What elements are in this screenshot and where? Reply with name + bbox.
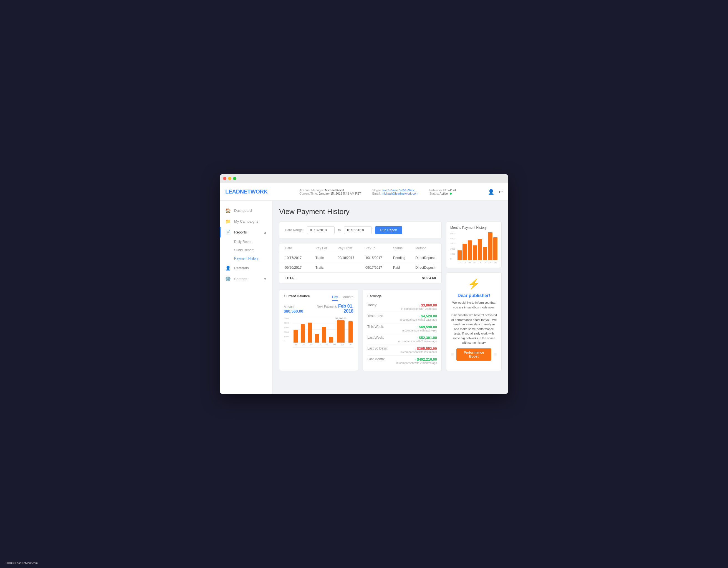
page-title: View Payment History — [279, 207, 502, 216]
reports-icon: 📄 — [225, 229, 231, 235]
cell-date-2: 09/20/2017 — [285, 266, 315, 269]
cell-status-1: Pending — [393, 256, 415, 260]
earnings-comparison: in comparison with 2 months ago — [396, 362, 437, 365]
sidebar-subitem-daily-report[interactable]: Daily Report — [220, 237, 272, 246]
main-content: View Payment History Date Range: to Run … — [272, 201, 508, 394]
earnings-value: ↑ $402,216.00 — [396, 357, 437, 362]
earnings-value-group: ↑ $69,590.00 in comparison with last wee… — [402, 325, 437, 332]
balance-tab-day[interactable]: Day — [332, 295, 338, 301]
run-report-button[interactable]: Run Report — [375, 226, 402, 234]
email-label: Email: — [372, 192, 381, 195]
sidebar-item-referrals[interactable]: 👤 Referrals — [220, 262, 272, 273]
total-label: TOTAL — [285, 276, 296, 280]
header-info: Account Manager: Michael Koval Current T… — [299, 188, 456, 195]
balance-bar-labels: 2829010203040506 — [293, 343, 353, 348]
sidebar-subitem-payment-history[interactable]: Payment History — [220, 254, 272, 262]
col-pay-for: Pay For — [315, 246, 338, 250]
earnings-arrow: ↓ — [414, 347, 416, 350]
earnings-value-group: ↓ $3,860.00 in comparison with yesterday — [401, 303, 437, 311]
col-pay-from: Pay From — [338, 246, 365, 250]
next-payment-value: Feb 01, 2018 — [338, 304, 353, 314]
status-dot — [450, 193, 452, 194]
current-time-value: January 15, 2018 5:43 AM PST — [319, 192, 361, 195]
months-labels: 1112010203040906 — [457, 261, 497, 264]
logout-icon-button[interactable]: ↩ — [499, 189, 503, 195]
performance-boost-button[interactable]: Performance Boost — [456, 349, 492, 361]
col-pay-to: Pay To — [365, 246, 393, 250]
skype-label: Skype: — [372, 188, 382, 192]
earnings-row: Last Week: ↑ $52,301.00 in comparison wi… — [367, 334, 437, 345]
payment-table: Date Pay For Pay From Pay To Status Meth… — [279, 243, 442, 284]
header: LEADNETWORK Account Manager: Michael Kov… — [220, 183, 508, 201]
earnings-arrow: ↑ — [419, 315, 420, 318]
months-bars — [457, 232, 497, 260]
earnings-comparison: in comparison with last week — [402, 329, 437, 332]
cell-payto-2: 09/17/2017 — [365, 266, 393, 269]
date-from-input[interactable] — [307, 226, 335, 234]
skype-value: live:1e549e79d51e948c — [382, 188, 415, 192]
chevron-down-icon: ▼ — [264, 277, 267, 281]
sidebar-submenu-reports: Daily Report Subid Report Payment Histor… — [220, 237, 272, 262]
cell-method-1: DirectDeposit — [415, 256, 442, 260]
right-lines-icon: ≡ — [494, 351, 497, 358]
cell-date-1: 10/17/2017 — [285, 256, 315, 260]
sidebar-item-settings[interactable]: ⚙️ Settings ▼ — [220, 273, 272, 284]
status-value: Active — [439, 192, 448, 195]
sidebar-item-reports[interactable]: 📄 Reports ▲ — [220, 227, 272, 237]
earnings-row: Today: ↓ $3,860.00 in comparison with ye… — [367, 302, 437, 312]
balance-card-title: Current Balance — [284, 294, 310, 298]
left-content: Date Range: to Run Report Date Pay For — [279, 221, 442, 371]
date-to-input[interactable] — [344, 226, 372, 234]
balance-bars: $3,860.00 — [293, 317, 353, 343]
referrals-icon: 👤 — [225, 265, 231, 271]
earnings-value-group: ↑ $402,216.00 in comparison with 2 month… — [396, 357, 437, 365]
amount-value: $80,560.00 — [284, 309, 303, 314]
earnings-label: Last Month: — [367, 357, 385, 361]
boost-btn-wrapper: ≡ Performance Boost ≡ — [451, 349, 497, 361]
sandbox-text-2: It means that we haven't activated AI pe… — [451, 313, 497, 345]
months-chart-card: Months Payment History 5000 4000 3000 20… — [446, 221, 502, 268]
earnings-rows: Today: ↓ $3,860.00 in comparison with ye… — [367, 302, 437, 366]
earnings-value: ↑ $52,301.00 — [398, 336, 437, 340]
earnings-value-group: ↑ $4,520.00 in comparison with 2 days ag… — [400, 314, 437, 321]
sidebar-item-campaigns[interactable]: 📁 My Campaigns — [220, 216, 272, 227]
date-range-bar: Date Range: to Run Report — [279, 221, 442, 239]
cell-status-2: Paid — [393, 266, 415, 269]
balance-tab-month[interactable]: Mounth — [342, 295, 353, 301]
earnings-comparison: in comparison with yesterday — [401, 307, 437, 311]
logo: LEADNETWORK — [225, 188, 267, 195]
amount-label: Amount: — [284, 305, 295, 308]
sandbox-text-1: We would like to inform you that you are… — [451, 301, 497, 310]
earnings-value-group: ↑ $52,301.00 in comparison with 2 weeks … — [398, 336, 437, 343]
sidebar-subitem-subid-report[interactable]: Subid Report — [220, 246, 272, 254]
earnings-arrow: ↑ — [414, 358, 416, 361]
earnings-value: ↓ $3,860.00 — [401, 303, 437, 307]
table-total-row: TOTAL $1654.60 — [279, 272, 441, 283]
earnings-label: Last 30 Days: — [367, 347, 388, 350]
earnings-value: ↑ $4,520.00 — [400, 314, 437, 318]
balance-chart: 5000 4000 3000 2000 1000 0 — [284, 317, 353, 348]
earnings-label: Last Week: — [367, 336, 384, 340]
col-method: Method — [415, 246, 442, 250]
earnings-label: Today: — [367, 303, 377, 307]
right-section: Months Payment History 5000 4000 3000 20… — [446, 221, 502, 371]
earnings-arrow: ↑ — [416, 326, 418, 329]
active-indicator — [220, 227, 221, 237]
sidebar-item-dashboard[interactable]: 🏠 Dashboard — [220, 205, 272, 216]
months-y-axis: 5000 4000 3000 2000 1000 0 — [450, 232, 456, 260]
earnings-row: Last Month: ↑ $402,216.00 in comparison … — [367, 356, 437, 366]
earnings-comparison: in comparison with 2 weeks ago — [398, 340, 437, 343]
dear-publisher-title: Dear publisher! — [451, 293, 497, 298]
earnings-value-group: ↓ $365,552.00 in comparison with last mo… — [400, 347, 437, 354]
cell-payfor-2: Trafic — [315, 266, 338, 269]
table-row: 09/20/2017 Trafic 09/17/2017 Paid Direct… — [279, 263, 441, 272]
profile-icon-button[interactable]: 👤 — [488, 189, 494, 195]
cell-method-2: DirectDeposit — [415, 266, 442, 269]
earnings-row: This Week: ↑ $69,590.00 in comparison wi… — [367, 323, 437, 334]
months-chart-title: Months Payment History — [450, 226, 497, 229]
sidebar-item-reports-label: Reports — [234, 230, 247, 234]
cell-payfor-1: Trafic — [315, 256, 338, 260]
col-date: Date — [285, 246, 315, 250]
earnings-comparison: in comparison with 2 days ago — [400, 318, 437, 321]
settings-icon: ⚙️ — [225, 276, 231, 281]
